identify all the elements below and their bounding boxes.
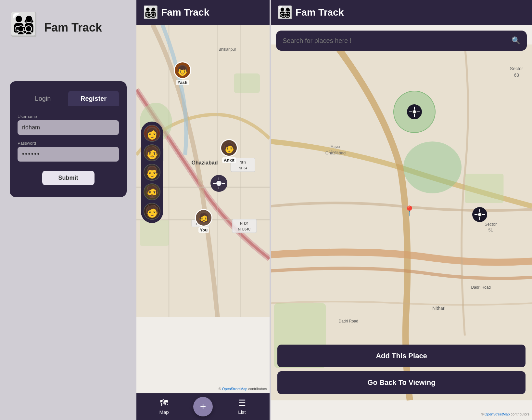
crosshair-green: [407, 104, 422, 119]
strip-avatar-3[interactable]: 👨: [144, 164, 160, 181]
phone2-logo-icon: 👨‍👩‍👧‍👦: [143, 5, 157, 20]
username-label: Username: [18, 114, 119, 119]
avatar-ankit-label: Ankit: [222, 157, 236, 163]
avatar-you[interactable]: 🧔 You: [195, 209, 212, 233]
username-input[interactable]: [18, 120, 119, 135]
map-panel: 👨‍👩‍👧‍👦 Fam Track: [136, 0, 270, 420]
svg-text:Sector: Sector: [510, 66, 523, 71]
search-input[interactable]: [283, 37, 508, 45]
phone3-title: Fam Track: [296, 7, 344, 18]
svg-text:NH34: NH34: [240, 222, 248, 225]
svg-point-22: [403, 141, 462, 193]
svg-text:Vihar III: Vihar III: [329, 150, 342, 154]
add-this-place-button[interactable]: Add This Place: [277, 345, 526, 367]
phone3-header: 👨‍👩‍👧‍👦 Fam Track: [271, 0, 532, 25]
map-view[interactable]: ✈ Ghaziabad Bhikanpur NH9 NH34 NH24 NH34…: [136, 25, 270, 393]
password-group: Password: [18, 141, 119, 162]
osm-attribution-3: © OpenStreetMap contributors: [481, 412, 529, 416]
go-back-button[interactable]: Go Back To Viewing: [277, 371, 526, 394]
add-place-panel: 👨‍👩‍👧‍👦 Fam Track Sector 63 Sector 51 Ni…: [271, 0, 532, 420]
search-icon[interactable]: 🔍: [512, 36, 520, 45]
svg-text:Dadri Road: Dadri Road: [339, 319, 358, 323]
map-nav-icon: 🗺: [160, 398, 168, 408]
nav-map-label: Map: [159, 409, 169, 415]
svg-rect-24: [465, 174, 503, 203]
strip-avatar-5[interactable]: 🧑: [144, 203, 160, 220]
search-bar-wrapper: 🔍: [276, 31, 527, 51]
app-logo-icon: 👨‍👩‍👧‍👦: [10, 13, 39, 42]
svg-text:Bhikanpur: Bhikanpur: [219, 47, 236, 52]
svg-text:Nithari: Nithari: [432, 306, 445, 311]
strip-avatar-4[interactable]: 🧔: [144, 183, 160, 200]
password-input[interactable]: [18, 147, 119, 162]
username-group: Username: [18, 114, 119, 135]
nav-list-label: List: [238, 409, 246, 415]
svg-text:NH34: NH34: [239, 166, 247, 170]
bottom-action-buttons: Add This Place Go Back To Viewing: [277, 345, 526, 394]
avatar-yash[interactable]: 👦 Yash: [174, 61, 191, 85]
phone3-logo-icon: 👨‍👩‍👧‍👦: [277, 5, 292, 20]
svg-text:NH334C: NH334C: [238, 228, 250, 231]
svg-text:Dadri Road: Dadri Road: [471, 285, 491, 290]
svg-text:Ghaziabad: Ghaziabad: [192, 160, 218, 165]
svg-text:Mayur: Mayur: [331, 145, 341, 149]
fab-add-button[interactable]: +: [193, 397, 213, 416]
avatar-yash-label: Yash: [176, 80, 189, 85]
list-nav-icon: ☰: [238, 398, 246, 408]
nav-map[interactable]: 🗺 Map: [136, 393, 192, 420]
location-crosshair: [210, 175, 227, 192]
app-header: 👨‍👩‍👧‍👦 Fam Track: [10, 13, 127, 42]
password-label: Password: [18, 141, 119, 146]
svg-text:NH9: NH9: [240, 161, 246, 164]
tab-register[interactable]: Register: [68, 91, 119, 106]
app-title: Fam Track: [44, 21, 102, 34]
red-map-pin: 📍: [403, 205, 415, 216]
bottom-nav: 🗺 Map ☰ List +: [136, 393, 270, 420]
submit-button[interactable]: Submit: [42, 171, 95, 185]
svg-text:Sector: Sector: [485, 222, 497, 227]
svg-text:51: 51: [488, 228, 493, 232]
nav-list[interactable]: ☰ List: [214, 393, 270, 420]
svg-rect-8: [140, 220, 169, 246]
phone2-header: 👨‍👩‍👧‍👦 Fam Track: [136, 0, 270, 25]
add-place-map[interactable]: Sector 63 Sector 51 Nithari Dadri Road D…: [271, 25, 532, 420]
tab-login[interactable]: Login: [18, 91, 68, 106]
strip-avatar-2[interactable]: 🧑: [144, 144, 160, 161]
crosshair-user: [472, 207, 487, 222]
login-card: Login Register Username Password Submit: [10, 81, 127, 197]
osm-attribution-2: © OpenStreetMap contributors: [219, 387, 267, 391]
avatar-strip[interactable]: 👩 🧑 👨 🧔 🧑: [141, 122, 163, 223]
avatar-you-label: You: [198, 227, 209, 233]
avatar-ankit[interactable]: 🧑 Ankit: [220, 139, 238, 163]
search-bar: 🔍: [276, 31, 527, 51]
login-panel: 👨‍👩‍👧‍👦 Fam Track Login Register Usernam…: [0, 0, 136, 420]
svg-text:63: 63: [514, 72, 519, 78]
tab-row: Login Register: [18, 91, 119, 106]
svg-rect-7: [234, 73, 260, 93]
phone2-title: Fam Track: [161, 7, 209, 18]
strip-avatar-1[interactable]: 👩: [144, 125, 160, 142]
